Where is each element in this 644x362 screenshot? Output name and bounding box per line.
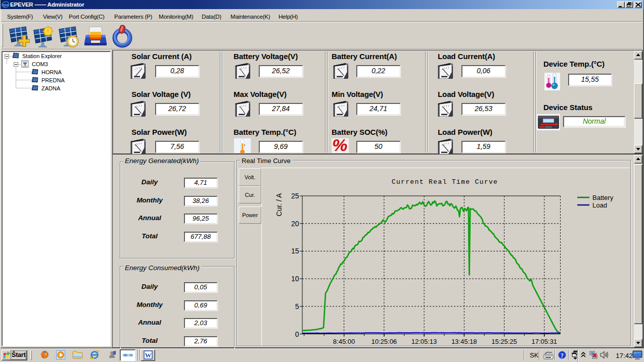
svg-text:Current Real Time Curve: Current Real Time Curve — [392, 178, 498, 186]
svg-text:Load: Load — [592, 201, 607, 209]
svg-text:5: 5 — [295, 302, 299, 311]
svg-text:20: 20 — [291, 220, 299, 228]
svg-text:10: 10 — [291, 275, 299, 283]
svg-text:Cur. / A: Cur. / A — [275, 193, 283, 217]
svg-text:25: 25 — [291, 192, 299, 200]
svg-text:W: W — [145, 351, 152, 359]
svg-text:?: ? — [561, 352, 564, 359]
svg-text:10:25:06: 10:25:06 — [371, 338, 397, 345]
svg-text:Battery: Battery — [592, 194, 614, 201]
svg-text:17:05:31: 17:05:31 — [531, 338, 557, 345]
svg-text:0: 0 — [295, 330, 299, 338]
svg-text:15: 15 — [291, 247, 299, 255]
svg-text:13:45:18: 13:45:18 — [451, 338, 477, 345]
svg-text:8:45:00: 8:45:00 — [333, 338, 355, 345]
svg-text:12:05:13: 12:05:13 — [411, 338, 437, 345]
svg-text:eps: eps — [3, 3, 9, 7]
svg-text:15:25:25: 15:25:25 — [491, 338, 517, 345]
